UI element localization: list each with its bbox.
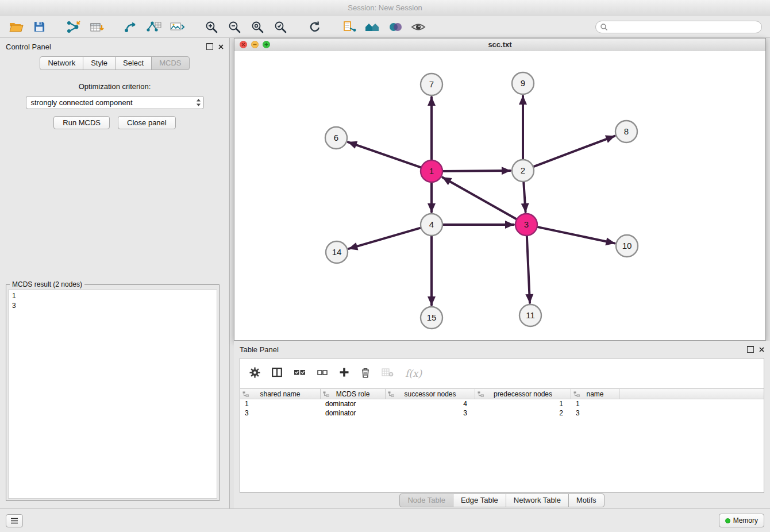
column-label: shared name: [260, 390, 300, 398]
graph-edge-1-6[interactable]: [348, 142, 421, 167]
mcds-result-group: MCDS result (2 nodes) 13: [6, 284, 220, 501]
column-header-MCDS-role[interactable]: MCDS role: [321, 389, 386, 399]
table-tab-motifs[interactable]: Motifs: [568, 494, 605, 507]
tab-mcds[interactable]: MCDS: [151, 56, 189, 70]
table-cell-predecessor-nodes: 1: [475, 399, 571, 408]
close-panel-button[interactable]: Close panel: [118, 116, 176, 129]
export-image-button[interactable]: [168, 18, 186, 36]
graph-node-label: 6: [334, 133, 338, 142]
graph-edge-3-11[interactable]: [527, 236, 530, 303]
add-icon: [339, 367, 349, 377]
zoom-selected-button[interactable]: [271, 18, 290, 36]
table-row[interactable]: 1dominator411: [240, 399, 764, 408]
tab-select[interactable]: Select: [115, 56, 152, 70]
dropdown-stepper-icon: [196, 98, 201, 107]
graph-node-8[interactable]: 8: [615, 121, 637, 142]
graph-node-4[interactable]: 4: [421, 214, 442, 236]
zoom-in-button[interactable]: [202, 18, 221, 36]
table-tab-edge-table[interactable]: Edge Table: [453, 494, 506, 507]
graph-node-3[interactable]: 3: [515, 214, 537, 236]
table-row[interactable]: 3dominator323: [240, 408, 764, 418]
zoom-fit-button[interactable]: [248, 18, 267, 36]
task-history-button[interactable]: [6, 514, 23, 527]
float-panel-icon[interactable]: [206, 43, 213, 50]
close-table-panel-icon[interactable]: [759, 347, 764, 352]
graph-node-10[interactable]: 10: [616, 235, 638, 257]
tab-network[interactable]: Network: [40, 56, 83, 70]
column-header-name[interactable]: name: [571, 389, 619, 399]
network-canvas[interactable]: 7968124314101511: [234, 51, 765, 340]
function-builder-button[interactable]: f(x): [405, 368, 422, 379]
table-panel-title: Table Panel: [240, 345, 279, 354]
optimization-dropdown[interactable]: strongly connected component: [26, 96, 204, 109]
columns-icon: [272, 367, 282, 377]
table-cell-name: 1: [571, 399, 619, 408]
close-panel-icon[interactable]: [218, 44, 224, 49]
graph-node-label: 9: [521, 78, 525, 88]
zoom-out-button[interactable]: [225, 18, 244, 36]
table-cell-MCDS-role: dominator: [321, 408, 386, 418]
status-bar: Memory: [0, 508, 770, 532]
title-bar: Session: New Session: [0, 0, 770, 17]
graph-node-14[interactable]: 14: [326, 241, 348, 263]
network-table-button[interactable]: [145, 18, 163, 36]
style-button[interactable]: [386, 18, 405, 36]
graph-node-9[interactable]: 9: [512, 72, 534, 94]
show-columns-button[interactable]: [272, 367, 282, 380]
first-neighbors-icon: [342, 20, 357, 34]
column-sort-icon: [323, 391, 329, 397]
control-panel: Control Panel NetworkStyleSelectMCDS Opt…: [0, 38, 230, 509]
search-input[interactable]: [595, 21, 762, 33]
graph-edge-2-3[interactable]: [523, 182, 525, 212]
import-network-button[interactable]: [64, 18, 83, 36]
graph-node-15[interactable]: 15: [421, 307, 442, 329]
graph-node-7[interactable]: 7: [421, 74, 442, 95]
zoom-window-icon[interactable]: [263, 41, 270, 48]
graph-node-2[interactable]: 2: [512, 160, 534, 182]
graph-node-6[interactable]: 6: [325, 127, 347, 149]
zoom-out-icon: [228, 20, 241, 34]
deselect-all-columns-button[interactable]: [317, 368, 328, 379]
table-settings-button[interactable]: [249, 367, 260, 380]
import-table-button[interactable]: [87, 18, 106, 36]
refresh-button[interactable]: [306, 18, 324, 36]
network-window-titlebar[interactable]: scc.txt: [234, 38, 765, 52]
graph-edge-4-14[interactable]: [349, 228, 421, 249]
select-all-icon: [294, 368, 306, 377]
new-network-button[interactable]: [122, 18, 140, 36]
minimize-window-icon[interactable]: [251, 41, 259, 48]
close-window-icon[interactable]: [240, 41, 247, 48]
import-group: [64, 18, 110, 36]
memory-button[interactable]: Memory: [719, 514, 764, 527]
gear-icon: [249, 367, 260, 378]
search-field[interactable]: [611, 22, 757, 32]
create-column-button[interactable]: [339, 367, 349, 380]
delete-columns-button[interactable]: [361, 367, 370, 380]
run-mcds-button[interactable]: Run MCDS: [53, 116, 110, 129]
table-tab-node-table[interactable]: Node Table: [399, 494, 453, 507]
column-label: successor nodes: [404, 390, 456, 398]
table-cell-MCDS-role: dominator: [321, 399, 386, 408]
column-header-predecessor-nodes[interactable]: predecessor nodes: [475, 389, 571, 399]
column-header-shared-name[interactable]: shared name: [240, 389, 321, 399]
graph-edge-2-8[interactable]: [533, 136, 615, 167]
column-header-successor-nodes[interactable]: successor nodes: [386, 389, 475, 399]
select-all-columns-button[interactable]: [294, 368, 306, 379]
graph-node-label: 7: [429, 79, 434, 89]
graph-node-11[interactable]: 11: [519, 304, 541, 326]
float-table-panel-icon[interactable]: [747, 346, 754, 353]
show-hide-button[interactable]: [409, 18, 428, 36]
save-session-button[interactable]: [30, 18, 48, 36]
graph-edge-3-1[interactable]: [442, 178, 517, 219]
first-neighbors-button[interactable]: [340, 18, 359, 36]
table-tab-network-table[interactable]: Network Table: [506, 494, 569, 507]
graph-edge-3-10[interactable]: [537, 227, 615, 244]
new-network-icon: [124, 20, 138, 34]
graph-edge-1-2[interactable]: [442, 171, 510, 171]
delete-table-button[interactable]: [382, 368, 394, 379]
tab-style[interactable]: Style: [83, 56, 116, 70]
graph-node-1[interactable]: 1: [421, 160, 442, 182]
result-line: 1: [12, 291, 213, 301]
open-file-button[interactable]: [7, 18, 25, 36]
home-button[interactable]: [363, 18, 382, 36]
